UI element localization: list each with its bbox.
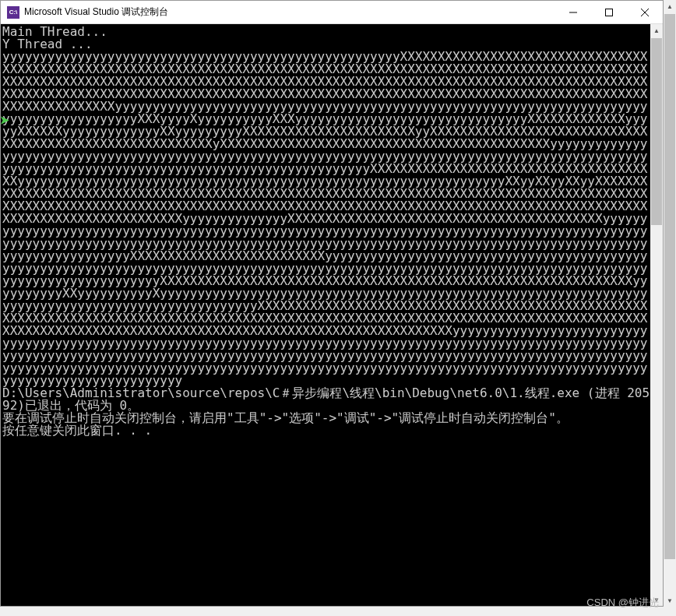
breakpoint-arrow-icon: ➤: [0, 114, 9, 126]
titlebar: C:\ Microsoft Visual Studio 调试控制台: [1, 1, 663, 24]
maximize-button[interactable]: [591, 1, 627, 23]
svg-rect-1: [606, 9, 613, 16]
window-title: Microsoft Visual Studio 调试控制台: [24, 5, 555, 19]
outer-scrollbar[interactable]: ▲ ▼: [664, 0, 676, 607]
app-icon: C:\: [7, 6, 19, 19]
console-window: C:\ Microsoft Visual Studio 调试控制台 Main T…: [0, 0, 664, 607]
close-button[interactable]: [627, 1, 663, 23]
scroll-up-icon[interactable]: ▲: [664, 0, 676, 12]
minimize-icon: [569, 9, 577, 16]
scrollbar-thumb[interactable]: [651, 38, 662, 225]
console-area: Main THread... Y Thread ... yyyyyyyyyyyy…: [1, 24, 663, 606]
scrollbar-thumb[interactable]: [664, 14, 675, 559]
app-icon-text: C:\: [9, 9, 18, 16]
scroll-down-icon[interactable]: ▼: [664, 594, 676, 607]
titlebar-buttons: [555, 1, 663, 23]
console-output[interactable]: Main THread... Y Thread ... yyyyyyyyyyyy…: [1, 24, 650, 606]
scroll-up-icon[interactable]: ▲: [650, 24, 663, 37]
watermark: CSDN @钟进光: [586, 596, 659, 610]
maximize-icon: [605, 9, 613, 16]
vertical-scrollbar[interactable]: ▲ ▼: [650, 24, 663, 606]
minimize-button[interactable]: [555, 1, 591, 23]
close-icon: [641, 9, 649, 16]
